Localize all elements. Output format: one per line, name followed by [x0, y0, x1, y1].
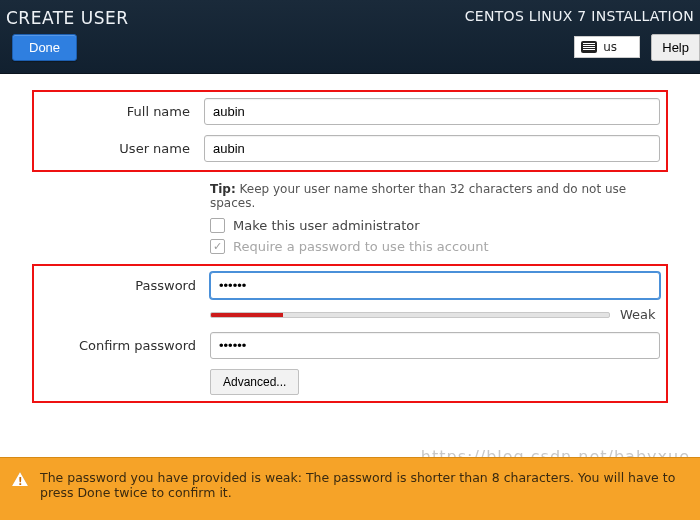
tip-text: Keep your user name shorter than 32 char…	[210, 182, 626, 210]
advanced-button[interactable]: Advanced...	[210, 369, 299, 395]
page-title: CREATE USER	[6, 8, 129, 28]
password-strength-meter: Weak	[210, 307, 660, 322]
strength-bar-fill	[211, 313, 283, 317]
highlight-passwords: Password Weak Confirm password Advanced.…	[32, 264, 668, 403]
require-password-checkbox	[210, 239, 225, 254]
password-input[interactable]	[210, 272, 660, 299]
keyboard-icon	[581, 41, 597, 53]
header-bar: CREATE USER Done CENTOS LINUX 7 INSTALLA…	[0, 0, 700, 74]
done-button[interactable]: Done	[12, 34, 77, 61]
strength-label: Weak	[620, 307, 660, 322]
tip-prefix: Tip:	[210, 182, 236, 196]
confirm-password-input[interactable]	[210, 332, 660, 359]
username-tip: Tip: Keep your user name shorter than 32…	[210, 182, 660, 210]
installer-subtitle: CENTOS LINUX 7 INSTALLATION	[465, 8, 694, 24]
full-name-input[interactable]	[204, 98, 660, 125]
password-label: Password	[40, 278, 210, 293]
warning-text: The password you have provided is weak: …	[40, 470, 682, 500]
full-name-label: Full name	[34, 104, 204, 119]
keyboard-layout-selector[interactable]: us	[574, 36, 640, 58]
make-admin-checkbox[interactable]	[210, 218, 225, 233]
require-password-label: Require a password to use this account	[233, 239, 489, 254]
keyboard-layout-value: us	[603, 40, 617, 54]
make-admin-row[interactable]: Make this user administrator	[210, 218, 660, 233]
warning-bar: ! The password you have provided is weak…	[0, 457, 700, 520]
form-area: Full name User name Tip: Keep your user …	[0, 74, 700, 403]
strength-bar	[210, 312, 610, 318]
highlight-names: Full name User name	[32, 90, 668, 172]
user-name-label: User name	[34, 141, 204, 156]
help-button[interactable]: Help	[651, 34, 700, 61]
make-admin-label: Make this user administrator	[233, 218, 420, 233]
require-password-row: Require a password to use this account	[210, 239, 660, 254]
user-name-input[interactable]	[204, 135, 660, 162]
confirm-password-label: Confirm password	[40, 338, 210, 353]
